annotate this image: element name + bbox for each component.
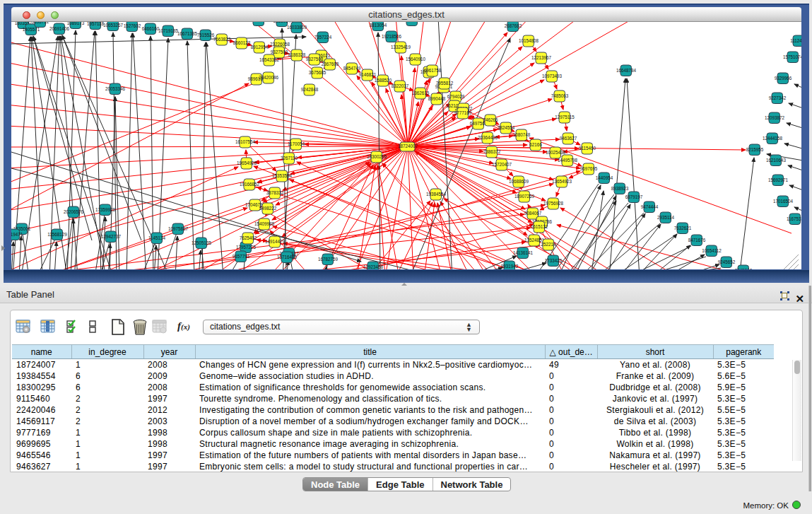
svg-text:9327508: 9327508 — [306, 57, 324, 62]
svg-text:10688609: 10688609 — [509, 179, 529, 184]
svg-text:12975115: 12975115 — [555, 115, 575, 119]
svg-text:19756928: 19756928 — [543, 201, 564, 206]
svg-text:17016504: 17016504 — [773, 199, 794, 204]
svg-text:16782759: 16782759 — [318, 257, 339, 262]
svg-text:6794028: 6794028 — [447, 94, 465, 99]
svg-text:9327503: 9327503 — [271, 49, 288, 54]
svg-text:15353594: 15353594 — [272, 173, 293, 178]
svg-text:15692971: 15692971 — [768, 177, 789, 182]
svg-text:62166: 62166 — [529, 142, 542, 147]
svg-text:3878332: 3878332 — [266, 190, 284, 195]
svg-text:10654112: 10654112 — [702, 248, 722, 253]
svg-text:13325419: 13325419 — [391, 45, 411, 49]
svg-text:16210643: 16210643 — [766, 158, 787, 163]
svg-text:13654923: 13654923 — [552, 179, 572, 184]
svg-text:8990448: 8990448 — [428, 96, 446, 101]
svg-text:10653267: 10653267 — [103, 23, 124, 28]
svg-text:14914479: 14914479 — [265, 239, 286, 244]
svg-text:8131054: 8131054 — [273, 22, 291, 23]
svg-text:2687682: 2687682 — [505, 23, 522, 28]
svg-text:1362615: 1362615 — [412, 90, 430, 95]
svg-text:9245652: 9245652 — [718, 259, 736, 264]
svg-text:15409948: 15409948 — [254, 221, 275, 226]
svg-text:8660123: 8660123 — [233, 40, 251, 45]
svg-text:7485063: 7485063 — [551, 93, 569, 98]
svg-text:14136141: 14136141 — [513, 250, 534, 255]
svg-text:1957118: 1957118 — [87, 22, 105, 26]
svg-text:23226058: 23226058 — [270, 42, 290, 47]
svg-text:15720407: 15720407 — [492, 162, 512, 167]
svg-text:16648784: 16648784 — [616, 68, 637, 73]
svg-text:11568129: 11568129 — [47, 232, 67, 237]
svg-text:20206576: 20206576 — [64, 209, 84, 214]
svg-text:19166852: 19166852 — [240, 182, 260, 187]
svg-text:10025438: 10025438 — [546, 150, 566, 155]
svg-text:1170054: 1170054 — [288, 141, 305, 146]
svg-text:7515526: 7515526 — [197, 33, 215, 37]
svg-text:17957225: 17957225 — [236, 245, 257, 250]
svg-text:8186328: 8186328 — [288, 52, 306, 57]
svg-text:1167531: 1167531 — [787, 216, 801, 221]
svg-text:3919471: 3919471 — [11, 232, 23, 237]
svg-text:863104: 863104 — [251, 22, 266, 23]
svg-text:1405571: 1405571 — [23, 27, 40, 32]
svg-text:8813054: 8813054 — [370, 23, 387, 28]
svg-text:19384554: 19384554 — [426, 192, 447, 197]
svg-text:7357224: 7357224 — [314, 35, 332, 40]
svg-text:19654928: 19654928 — [237, 160, 257, 165]
svg-text:2367608: 2367608 — [322, 62, 339, 66]
svg-text:9115460: 9115460 — [579, 146, 596, 151]
svg-text:20053346: 20053346 — [105, 86, 126, 91]
svg-text:9463627: 9463627 — [560, 136, 577, 141]
svg-text:14495798: 14495798 — [558, 158, 578, 163]
svg-text:18907269: 18907269 — [514, 194, 535, 199]
svg-text:12093872: 12093872 — [765, 115, 785, 120]
svg-text:10719185: 10719185 — [158, 28, 179, 33]
svg-text:3675685: 3675685 — [309, 70, 326, 75]
svg-text:12444158: 12444158 — [763, 136, 783, 141]
svg-text:7632621: 7632621 — [674, 226, 692, 230]
svg-text:9084067: 9084067 — [524, 211, 542, 216]
svg-text:19218506: 19218506 — [382, 34, 402, 39]
svg-text:8938923: 8938923 — [611, 186, 629, 191]
svg-text:1733426: 1733426 — [545, 258, 563, 263]
svg-text:8636107: 8636107 — [404, 22, 421, 23]
svg-text:15716485: 15716485 — [277, 255, 298, 259]
svg-text:12942737: 12942737 — [101, 234, 122, 239]
svg-text:20364436: 20364436 — [478, 135, 498, 140]
svg-text:7625402: 7625402 — [240, 235, 257, 240]
svg-text:1112489: 1112489 — [790, 38, 801, 43]
svg-text:8912954: 8912954 — [251, 45, 269, 49]
svg-text:1440954: 1440954 — [596, 175, 613, 180]
svg-text:7955812: 7955812 — [436, 81, 454, 86]
svg-text:9474444: 9474444 — [641, 204, 659, 209]
svg-text:1080748: 1080748 — [513, 132, 531, 137]
svg-text:16033809: 16033809 — [287, 25, 307, 30]
svg-text:16107554: 16107554 — [235, 139, 256, 144]
svg-text:15751074: 15751074 — [783, 54, 801, 59]
svg-text:10975887: 10975887 — [168, 226, 189, 231]
svg-text:1615132: 1615132 — [531, 224, 548, 229]
svg-text:5498222: 5498222 — [259, 206, 277, 211]
svg-text:15640910: 15640910 — [406, 57, 426, 62]
svg-text:18300295: 18300295 — [367, 154, 387, 159]
svg-text:12213967: 12213967 — [531, 55, 552, 60]
svg-text:3267110: 3267110 — [281, 156, 298, 160]
svg-text:1145134: 1145134 — [148, 235, 166, 240]
svg-text:10973493: 10973493 — [542, 74, 563, 78]
svg-text:6466160: 6466160 — [142, 26, 160, 31]
svg-text:9242848: 9242848 — [301, 87, 319, 92]
svg-text:252214: 252214 — [541, 242, 556, 247]
svg-text:1588520: 1588520 — [375, 78, 392, 83]
svg-text:746266: 746266 — [483, 117, 498, 122]
svg-text:1089173: 1089173 — [67, 22, 85, 25]
svg-text:1527602: 1527602 — [124, 23, 141, 28]
svg-text:18724007: 18724007 — [398, 144, 418, 148]
svg-text:12505135: 12505135 — [192, 240, 212, 245]
svg-text:9697695: 9697695 — [580, 166, 598, 171]
svg-text:8454749: 8454749 — [343, 66, 361, 71]
svg-text:16671385: 16671385 — [177, 31, 198, 36]
svg-text:9329966: 9329966 — [775, 76, 792, 81]
svg-text:23420046: 23420046 — [259, 75, 279, 80]
svg-text:3824554: 3824554 — [498, 125, 515, 130]
